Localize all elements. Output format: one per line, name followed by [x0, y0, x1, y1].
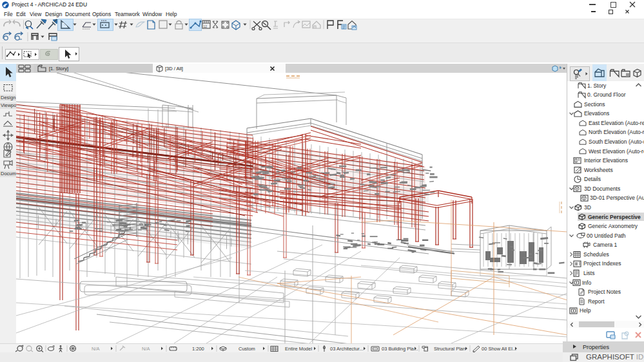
svg-text:12: 12: [204, 24, 208, 28]
